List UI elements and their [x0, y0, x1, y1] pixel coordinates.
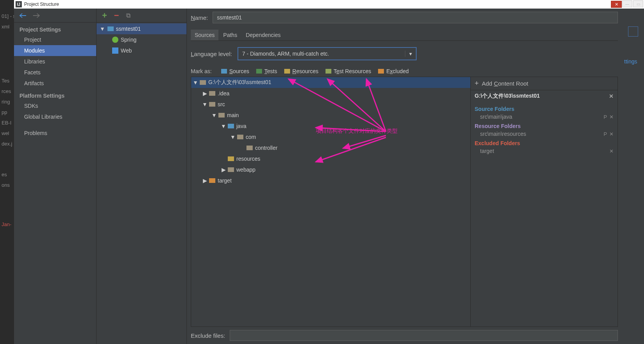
- content-tabs: Sources Paths Dependencies: [191, 30, 618, 41]
- nav-back-icon[interactable]: [19, 13, 26, 18]
- exclude-files-input[interactable]: [230, 330, 618, 341]
- source-folders-header: Source Folders: [475, 106, 614, 112]
- tree-com[interactable]: ▼com: [191, 132, 470, 142]
- os-restore-icon: ▭: [633, 0, 643, 7]
- module-name-input[interactable]: [213, 12, 618, 23]
- remove-icon[interactable]: ✕: [609, 131, 614, 137]
- mark-as-row: Mark as: Sources Tests Resources Test Re…: [191, 68, 618, 74]
- tab-sources[interactable]: Sources: [191, 30, 218, 40]
- remove-icon[interactable]: ✕: [609, 114, 614, 120]
- plus-icon: +: [475, 79, 479, 88]
- folder-icon: [246, 146, 253, 150]
- chevron-down-icon: ▾: [405, 51, 412, 57]
- excluded-icon: [378, 69, 384, 74]
- os-minimize-icon: —: [622, 0, 632, 7]
- modules-panel: + − ⧉ ▼ ssmtest01 Spring Web: [97, 9, 187, 344]
- tab-dependencies[interactable]: Dependencies: [242, 30, 285, 40]
- remove-icon[interactable]: ✕: [609, 148, 614, 154]
- module-content: Name: Sources Paths Dependencies Languag…: [187, 9, 622, 344]
- mark-tests-button[interactable]: Tests: [256, 68, 277, 74]
- test-resources-icon: [326, 69, 331, 74]
- folder-icon: [209, 91, 215, 96]
- folder-icon: [209, 102, 215, 107]
- tree-webapp[interactable]: ▶webapp: [191, 164, 470, 175]
- nav-item-facets[interactable]: Facets: [14, 67, 96, 78]
- tests-icon: [256, 69, 262, 74]
- folder-icon: [228, 167, 234, 172]
- facet-spring[interactable]: Spring: [97, 34, 187, 45]
- tree-resources[interactable]: ▶resources: [191, 153, 470, 164]
- mark-sources-button[interactable]: Sources: [221, 68, 249, 74]
- nav-item-project[interactable]: Project: [14, 34, 96, 45]
- edit-icon[interactable]: P: [604, 131, 607, 137]
- name-label: Name:: [191, 14, 208, 21]
- window-title: Project Structure: [24, 2, 59, 7]
- add-content-root-button[interactable]: + Add Content Root: [471, 77, 618, 90]
- content-roots-panel: + Add Content Root G:\个人文件\03\ssmtest01 …: [471, 77, 618, 327]
- web-icon: [112, 47, 118, 54]
- tree-java[interactable]: ▼java: [191, 121, 470, 132]
- app-icon: IJ: [16, 1, 22, 7]
- tree-target[interactable]: ▶target: [191, 175, 470, 186]
- folder-icon: [200, 80, 206, 85]
- nav-item-problems[interactable]: Problems: [14, 128, 96, 139]
- nav-item-libraries[interactable]: Libraries: [14, 56, 96, 67]
- section-platform-settings: Platform Settings: [14, 89, 96, 100]
- directory-tree[interactable]: ▼G:\个人文件\03\ssmtest01 ▶.idea ▼src ▼main …: [191, 77, 471, 327]
- content-root-path[interactable]: G:\个人文件\03\ssmtest01 ✕: [471, 90, 618, 102]
- remove-module-button[interactable]: −: [114, 11, 119, 21]
- folder-icon: [237, 135, 243, 139]
- mark-test-resources-button[interactable]: Test Resources: [326, 68, 371, 74]
- facet-web[interactable]: Web: [97, 45, 187, 56]
- resources-icon: [284, 69, 290, 74]
- exclude-files-label: Exclude files:: [191, 332, 225, 339]
- source-folder-icon: [228, 124, 234, 128]
- spring-icon: [112, 37, 118, 43]
- nav-item-global-libraries[interactable]: Global Libraries: [14, 111, 96, 122]
- resource-folder-item[interactable]: src\main\resources P✕: [475, 130, 614, 138]
- nav-item-modules[interactable]: Modules: [14, 45, 96, 56]
- resource-folders-header: Resource Folders: [475, 123, 614, 129]
- window-close-button[interactable]: ✕: [611, 1, 622, 8]
- nav-forward-icon[interactable]: [33, 13, 40, 18]
- tree-root[interactable]: ▼G:\个人文件\03\ssmtest01: [191, 77, 470, 88]
- excluded-folder-item[interactable]: target ✕: [475, 147, 614, 155]
- nav-item-sdks[interactable]: SDKs: [14, 100, 96, 111]
- source-folder-item[interactable]: src\main\java P✕: [475, 113, 614, 121]
- language-level-select[interactable]: 7 - Diamonds, ARM, multi-catch etc. ▾: [238, 47, 417, 60]
- resource-folder-icon: [228, 156, 234, 161]
- tree-controller[interactable]: ▶controller: [191, 142, 470, 153]
- add-module-button[interactable]: +: [102, 11, 107, 21]
- tree-src[interactable]: ▼src: [191, 99, 470, 110]
- window-titlebar: IJ Project Structure ✕: [14, 0, 622, 9]
- nav-item-artifacts[interactable]: Artifacts: [14, 78, 96, 89]
- mark-excluded-button[interactable]: Excluded: [378, 68, 409, 74]
- edit-icon[interactable]: P: [604, 114, 607, 120]
- module-root[interactable]: ▼ ssmtest01: [97, 23, 187, 34]
- remove-root-button[interactable]: ✕: [609, 93, 614, 99]
- toolbar-icon: [628, 26, 638, 37]
- excluded-folder-icon: [209, 178, 215, 183]
- mark-as-label: Mark as:: [191, 68, 212, 74]
- tree-main[interactable]: ▼main: [191, 110, 470, 121]
- language-level-label: Language level:: [191, 51, 232, 57]
- excluded-folders-header: Excluded Folders: [475, 140, 614, 146]
- folder-icon: [218, 113, 225, 118]
- module-icon: [107, 26, 114, 31]
- mark-resources-button[interactable]: Resources: [284, 68, 318, 74]
- sources-icon: [221, 69, 227, 74]
- background-right-panel: — ▭ ttings: [622, 0, 644, 344]
- section-project-settings: Project Settings: [14, 23, 96, 34]
- tree-idea[interactable]: ▶.idea: [191, 88, 470, 99]
- background-left-panel: 01] - s xml Tes rces ring pp EB-I wel de…: [0, 0, 14, 344]
- settings-nav: Project Settings Project Modules Librari…: [14, 9, 97, 344]
- copy-module-button[interactable]: ⧉: [126, 12, 130, 19]
- tab-paths[interactable]: Paths: [219, 30, 241, 40]
